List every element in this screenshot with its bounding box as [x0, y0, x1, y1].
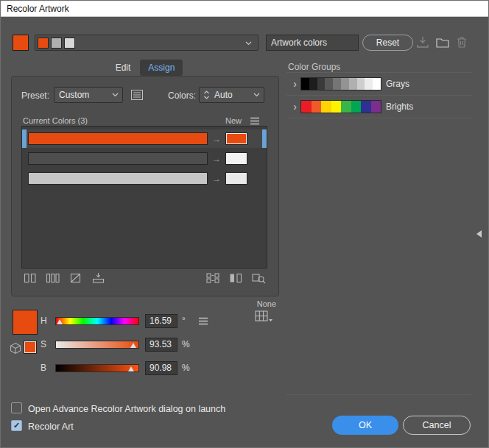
recolor-art-label: Recolor Art: [28, 422, 74, 432]
new-color-swatch[interactable]: [225, 152, 247, 165]
group-swatch: [361, 101, 371, 113]
find-color-icon[interactable]: [250, 271, 267, 285]
hue-value-input[interactable]: [145, 314, 177, 328]
stepper-icon[interactable]: [203, 90, 211, 100]
brightness-slider-handle[interactable]: [128, 366, 134, 371]
current-colors-header: Current Colors (3): [23, 116, 88, 125]
new-color-row-icon[interactable]: [90, 271, 108, 285]
colors-label: Colors:: [168, 90, 196, 101]
launch-dialog-checkbox[interactable]: [11, 402, 22, 413]
colors-count-dropdown[interactable]: Auto: [199, 87, 264, 103]
colors-count-value: Auto: [214, 90, 233, 100]
limit-colors-grid-icon[interactable]: [254, 309, 273, 324]
brightness-label: B: [41, 363, 49, 373]
hue-slider[interactable]: [55, 317, 139, 325]
group-swatch: [317, 78, 326, 90]
color-groups-header: Color Groups: [288, 62, 340, 72]
check-icon: ✓: [13, 422, 20, 430]
assign-toolbar-left-group: [21, 271, 108, 285]
folder-icon[interactable]: [436, 37, 449, 48]
group-swatch: [301, 78, 309, 90]
separate-colors-icon[interactable]: [44, 271, 62, 285]
group-swatch: [309, 78, 317, 90]
group-swatch: [331, 101, 342, 113]
current-color-bar[interactable]: [28, 172, 208, 185]
assign-toolbar-right-group: [204, 271, 267, 285]
saturation-slider-row: S %: [41, 336, 190, 352]
panel-collapse-arrow[interactable]: [476, 230, 482, 238]
brightness-slider[interactable]: [55, 364, 139, 372]
brightness-value-input[interactable]: [145, 361, 177, 375]
merge-colors-icon[interactable]: [21, 271, 39, 285]
brightness-unit: %: [182, 363, 190, 373]
preview-swatch: [64, 38, 75, 49]
hue-label: H: [41, 316, 49, 326]
hue-slider-handle[interactable]: [57, 319, 63, 324]
expand-chevron-icon[interactable]: ›: [289, 101, 300, 113]
color-group-row[interactable]: ›Grays: [286, 73, 472, 96]
random-saturation-brightness-icon[interactable]: [227, 271, 245, 285]
color-mapping-row[interactable]: →: [22, 149, 267, 168]
group-name: Grays: [386, 79, 409, 89]
preview-swatch: [38, 38, 49, 49]
artwork-colors-preview-swatches: [38, 38, 75, 49]
group-swatch-strip: [300, 100, 381, 113]
expand-chevron-icon[interactable]: ›: [289, 78, 300, 90]
maps-to-arrow-icon: →: [212, 134, 221, 144]
current-color-bar[interactable]: [28, 132, 208, 145]
group-swatch: [341, 101, 351, 113]
saturation-value-input[interactable]: [145, 338, 177, 352]
preset-options-icon[interactable]: [130, 88, 146, 102]
group-swatch: [373, 78, 381, 90]
new-header: New: [225, 116, 242, 125]
fill-color-swatch[interactable]: [24, 341, 37, 354]
hue-unit: °: [182, 316, 186, 326]
tab-assign[interactable]: Assign: [140, 60, 183, 76]
color-list-menu-icon[interactable]: [248, 116, 261, 126]
saturation-slider[interactable]: [55, 341, 139, 349]
current-color-bar[interactable]: [28, 152, 208, 165]
saturation-unit: %: [182, 339, 190, 349]
object-cube-icon: [9, 342, 22, 355]
saturation-slider-handle[interactable]: [130, 343, 136, 348]
group-swatch-strip: [300, 77, 381, 90]
hue-slider-row: H °: [41, 313, 186, 329]
reset-button[interactable]: Reset: [362, 35, 413, 51]
swatch-library-label: None: [244, 299, 276, 308]
group-swatch: [321, 101, 331, 113]
ok-button[interactable]: OK: [332, 416, 398, 435]
color-sliders-menu-icon[interactable]: [197, 316, 210, 326]
group-swatch: [312, 101, 322, 113]
color-group-row[interactable]: ›Brights: [286, 96, 472, 118]
dialog-title: Recolor Artwork: [7, 4, 69, 14]
group-swatch: [371, 101, 381, 113]
selected-color-swatch[interactable]: [13, 310, 38, 335]
preview-swatch: [51, 38, 62, 49]
color-preview-dropdown[interactable]: [35, 35, 258, 51]
preset-dropdown[interactable]: Custom: [54, 87, 123, 103]
exclude-colors-icon[interactable]: [67, 271, 85, 285]
preset-value: Custom: [59, 90, 89, 100]
random-color-order-icon[interactable]: [204, 271, 222, 285]
group-swatch: [357, 78, 365, 90]
chevron-down-icon: [253, 93, 260, 97]
group-swatch: [365, 78, 373, 90]
titlebar: Recolor Artwork: [1, 1, 488, 17]
save-color-group-icon[interactable]: [416, 36, 429, 49]
color-mapping-row[interactable]: →: [22, 129, 267, 148]
new-color-swatch[interactable]: [225, 132, 247, 145]
group-swatch: [301, 101, 312, 113]
chevron-down-icon: [245, 41, 252, 46]
cancel-button[interactable]: Cancel: [403, 416, 471, 435]
trash-icon[interactable]: [456, 36, 468, 49]
edit-assign-tabs: Edit Assign: [11, 60, 279, 76]
group-swatch: [341, 78, 349, 90]
new-color-swatch[interactable]: [225, 172, 247, 185]
group-name: Brights: [386, 102, 413, 112]
color-groups-list: ›Grays›Brights: [286, 72, 472, 118]
tab-edit[interactable]: Edit: [108, 60, 139, 76]
color-mapping-row[interactable]: →: [22, 169, 267, 188]
recolor-art-checkbox[interactable]: ✓: [11, 420, 22, 431]
active-color-swatch[interactable]: [13, 35, 29, 51]
color-group-name-input[interactable]: [266, 35, 359, 51]
